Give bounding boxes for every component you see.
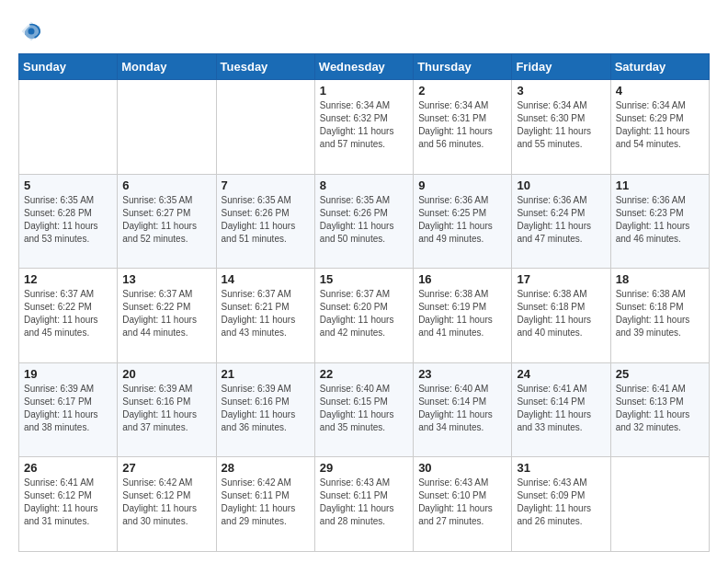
- calendar-cell: 11Sunrise: 6:36 AM Sunset: 6:23 PM Dayli…: [610, 174, 709, 269]
- day-number: 18: [616, 272, 704, 286]
- day-number: 23: [418, 367, 506, 381]
- calendar-cell: 13Sunrise: 6:37 AM Sunset: 6:22 PM Dayli…: [118, 269, 216, 363]
- day-info: Sunrise: 6:41 AM Sunset: 6:14 PM Dayligh…: [517, 383, 605, 434]
- day-info: Sunrise: 6:34 AM Sunset: 6:32 PM Dayligh…: [320, 99, 408, 151]
- calendar-week-row: 26Sunrise: 6:41 AM Sunset: 6:12 PM Dayli…: [19, 457, 710, 552]
- day-number: 17: [517, 272, 605, 286]
- day-number: 6: [122, 178, 210, 192]
- day-info: Sunrise: 6:43 AM Sunset: 6:09 PM Dayligh…: [517, 477, 605, 528]
- day-info: Sunrise: 6:39 AM Sunset: 6:16 PM Dayligh…: [222, 383, 310, 434]
- day-number: 27: [122, 461, 210, 475]
- day-number: 22: [320, 367, 408, 381]
- calendar-cell: 7Sunrise: 6:35 AM Sunset: 6:26 PM Daylig…: [216, 174, 314, 269]
- day-number: 5: [24, 178, 112, 192]
- day-info: Sunrise: 6:34 AM Sunset: 6:31 PM Dayligh…: [418, 99, 506, 151]
- calendar-cell: 18Sunrise: 6:38 AM Sunset: 6:18 PM Dayli…: [610, 269, 709, 363]
- calendar-cell: 1Sunrise: 6:34 AM Sunset: 6:32 PM Daylig…: [314, 80, 413, 175]
- page: SundayMondayTuesdayWednesdayThursdayFrid…: [0, 0, 728, 563]
- day-info: Sunrise: 6:35 AM Sunset: 6:26 PM Dayligh…: [320, 194, 408, 246]
- calendar-cell: 10Sunrise: 6:36 AM Sunset: 6:24 PM Dayli…: [512, 174, 610, 269]
- calendar-cell: 2Sunrise: 6:34 AM Sunset: 6:31 PM Daylig…: [414, 80, 512, 175]
- calendar-cell: 25Sunrise: 6:41 AM Sunset: 6:13 PM Dayli…: [610, 362, 709, 457]
- day-info: Sunrise: 6:38 AM Sunset: 6:18 PM Dayligh…: [616, 288, 704, 339]
- day-info: Sunrise: 6:37 AM Sunset: 6:20 PM Dayligh…: [320, 288, 408, 339]
- day-info: Sunrise: 6:36 AM Sunset: 6:25 PM Dayligh…: [418, 194, 506, 246]
- day-number: 26: [24, 461, 112, 475]
- day-number: 10: [517, 178, 605, 192]
- calendar-cell: [610, 457, 709, 552]
- day-info: Sunrise: 6:35 AM Sunset: 6:28 PM Dayligh…: [24, 194, 112, 246]
- day-number: 29: [320, 461, 408, 475]
- calendar-cell: 28Sunrise: 6:42 AM Sunset: 6:11 PM Dayli…: [216, 457, 314, 552]
- calendar-cell: 9Sunrise: 6:36 AM Sunset: 6:25 PM Daylig…: [414, 174, 512, 269]
- calendar-week-row: 19Sunrise: 6:39 AM Sunset: 6:17 PM Dayli…: [19, 362, 710, 457]
- day-number: 11: [616, 178, 704, 192]
- calendar-cell: 29Sunrise: 6:43 AM Sunset: 6:11 PM Dayli…: [314, 457, 413, 552]
- logo-icon: [18, 18, 44, 44]
- day-info: Sunrise: 6:35 AM Sunset: 6:27 PM Dayligh…: [122, 194, 210, 246]
- calendar-table: SundayMondayTuesdayWednesdayThursdayFrid…: [18, 53, 710, 552]
- header-saturday: Saturday: [610, 54, 709, 80]
- day-number: 24: [517, 367, 605, 381]
- day-info: Sunrise: 6:38 AM Sunset: 6:18 PM Dayligh…: [517, 288, 605, 339]
- day-info: Sunrise: 6:39 AM Sunset: 6:17 PM Dayligh…: [24, 383, 112, 434]
- calendar-cell: 26Sunrise: 6:41 AM Sunset: 6:12 PM Dayli…: [19, 457, 118, 552]
- day-info: Sunrise: 6:34 AM Sunset: 6:29 PM Dayligh…: [616, 99, 704, 151]
- day-info: Sunrise: 6:36 AM Sunset: 6:23 PM Dayligh…: [616, 194, 704, 246]
- calendar-week-row: 5Sunrise: 6:35 AM Sunset: 6:28 PM Daylig…: [19, 174, 710, 269]
- day-info: Sunrise: 6:41 AM Sunset: 6:13 PM Dayligh…: [616, 383, 704, 434]
- calendar-cell: 20Sunrise: 6:39 AM Sunset: 6:16 PM Dayli…: [118, 362, 216, 457]
- header-wednesday: Wednesday: [314, 54, 413, 80]
- day-info: Sunrise: 6:41 AM Sunset: 6:12 PM Dayligh…: [24, 477, 112, 528]
- calendar-cell: 15Sunrise: 6:37 AM Sunset: 6:20 PM Dayli…: [314, 269, 413, 363]
- calendar-cell: 4Sunrise: 6:34 AM Sunset: 6:29 PM Daylig…: [610, 80, 709, 175]
- header-sunday: Sunday: [19, 54, 118, 80]
- day-number: 30: [418, 461, 506, 475]
- day-number: 9: [418, 178, 506, 192]
- day-number: 14: [222, 272, 310, 286]
- calendar-cell: [216, 80, 314, 175]
- day-number: 31: [517, 461, 605, 475]
- calendar-cell: 19Sunrise: 6:39 AM Sunset: 6:17 PM Dayli…: [19, 362, 118, 457]
- logo: [18, 18, 48, 44]
- day-number: 20: [122, 367, 210, 381]
- day-number: 21: [222, 367, 310, 381]
- calendar-cell: 14Sunrise: 6:37 AM Sunset: 6:21 PM Dayli…: [216, 269, 314, 363]
- calendar-cell: 5Sunrise: 6:35 AM Sunset: 6:28 PM Daylig…: [19, 174, 118, 269]
- day-info: Sunrise: 6:34 AM Sunset: 6:30 PM Dayligh…: [517, 99, 605, 151]
- day-number: 3: [517, 84, 605, 98]
- day-number: 12: [24, 272, 112, 286]
- day-info: Sunrise: 6:35 AM Sunset: 6:26 PM Dayligh…: [222, 194, 310, 246]
- day-info: Sunrise: 6:42 AM Sunset: 6:12 PM Dayligh…: [122, 477, 210, 528]
- day-info: Sunrise: 6:38 AM Sunset: 6:19 PM Dayligh…: [418, 288, 506, 339]
- calendar-cell: 3Sunrise: 6:34 AM Sunset: 6:30 PM Daylig…: [512, 80, 610, 175]
- calendar-header-row: SundayMondayTuesdayWednesdayThursdayFrid…: [19, 54, 710, 80]
- calendar-cell: 17Sunrise: 6:38 AM Sunset: 6:18 PM Dayli…: [512, 269, 610, 363]
- calendar-cell: 24Sunrise: 6:41 AM Sunset: 6:14 PM Dayli…: [512, 362, 610, 457]
- day-number: 1: [320, 84, 408, 98]
- day-info: Sunrise: 6:40 AM Sunset: 6:14 PM Dayligh…: [418, 383, 506, 434]
- calendar-cell: [19, 80, 118, 175]
- header-friday: Friday: [512, 54, 610, 80]
- day-info: Sunrise: 6:42 AM Sunset: 6:11 PM Dayligh…: [222, 477, 310, 528]
- day-info: Sunrise: 6:43 AM Sunset: 6:10 PM Dayligh…: [418, 477, 506, 528]
- calendar-week-row: 1Sunrise: 6:34 AM Sunset: 6:32 PM Daylig…: [19, 80, 710, 175]
- calendar-cell: 16Sunrise: 6:38 AM Sunset: 6:19 PM Dayli…: [414, 269, 512, 363]
- day-number: 8: [320, 178, 408, 192]
- calendar-cell: 12Sunrise: 6:37 AM Sunset: 6:22 PM Dayli…: [19, 269, 118, 363]
- header-tuesday: Tuesday: [216, 54, 314, 80]
- calendar-cell: [118, 80, 216, 175]
- day-info: Sunrise: 6:37 AM Sunset: 6:22 PM Dayligh…: [24, 288, 112, 339]
- calendar-cell: 27Sunrise: 6:42 AM Sunset: 6:12 PM Dayli…: [118, 457, 216, 552]
- calendar-week-row: 12Sunrise: 6:37 AM Sunset: 6:22 PM Dayli…: [19, 269, 710, 363]
- calendar-cell: 6Sunrise: 6:35 AM Sunset: 6:27 PM Daylig…: [118, 174, 216, 269]
- day-number: 2: [418, 84, 506, 98]
- day-number: 28: [222, 461, 310, 475]
- calendar-cell: 31Sunrise: 6:43 AM Sunset: 6:09 PM Dayli…: [512, 457, 610, 552]
- calendar-cell: 8Sunrise: 6:35 AM Sunset: 6:26 PM Daylig…: [314, 174, 413, 269]
- day-info: Sunrise: 6:37 AM Sunset: 6:22 PM Dayligh…: [122, 288, 210, 339]
- header: [18, 15, 710, 44]
- svg-point-1: [28, 29, 35, 35]
- day-info: Sunrise: 6:40 AM Sunset: 6:15 PM Dayligh…: [320, 383, 408, 434]
- day-number: 15: [320, 272, 408, 286]
